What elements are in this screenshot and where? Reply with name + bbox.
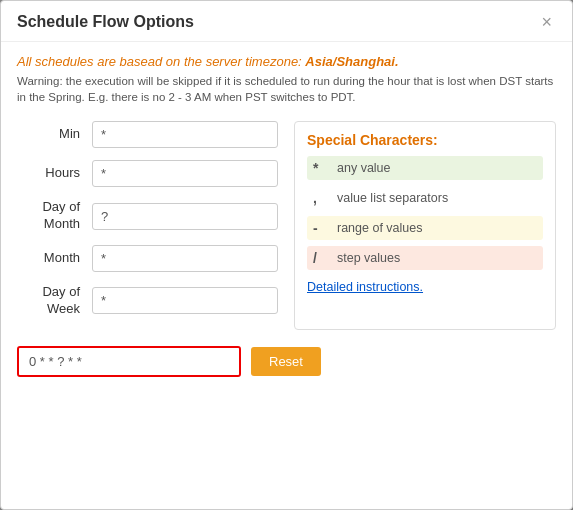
field-label: Min bbox=[17, 126, 92, 143]
field-input-month[interactable] bbox=[92, 245, 278, 272]
timezone-value: Asia/Shanghai. bbox=[305, 54, 398, 69]
special-char-item: /step values bbox=[307, 246, 543, 270]
special-char-desc: step values bbox=[337, 251, 400, 265]
dialog-title: Schedule Flow Options bbox=[17, 13, 194, 31]
close-button[interactable]: × bbox=[537, 13, 556, 31]
main-content: MinHoursDay of MonthMonthDay of Week Spe… bbox=[17, 121, 556, 330]
special-char-item: -range of values bbox=[307, 216, 543, 240]
special-char-symbol: / bbox=[313, 250, 333, 266]
field-row: Day of Week bbox=[17, 284, 278, 318]
field-row: Min bbox=[17, 121, 278, 148]
schedule-flow-dialog: Schedule Flow Options × All schedules ar… bbox=[0, 0, 573, 510]
field-input-min[interactable] bbox=[92, 121, 278, 148]
timezone-prefix: All schedules are basead on the server t… bbox=[17, 54, 305, 69]
special-chars-title: Special Characters: bbox=[307, 132, 543, 148]
cron-input[interactable] bbox=[19, 348, 239, 375]
field-label: Day of Month bbox=[17, 199, 92, 233]
fields-section: MinHoursDay of MonthMonthDay of Week bbox=[17, 121, 278, 330]
field-row: Day of Month bbox=[17, 199, 278, 233]
reset-button[interactable]: Reset bbox=[251, 347, 321, 376]
field-label: Day of Week bbox=[17, 284, 92, 318]
field-input-hours[interactable] bbox=[92, 160, 278, 187]
bottom-section: Reset bbox=[17, 346, 556, 377]
field-input-day-of-month[interactable] bbox=[92, 203, 278, 230]
special-char-symbol: * bbox=[313, 160, 333, 176]
timezone-warning: All schedules are basead on the server t… bbox=[17, 54, 556, 69]
field-row: Month bbox=[17, 245, 278, 272]
cron-input-wrapper bbox=[17, 346, 241, 377]
dialog-body: All schedules are basead on the server t… bbox=[1, 42, 572, 393]
special-char-symbol: , bbox=[313, 190, 333, 206]
special-char-symbol: - bbox=[313, 220, 333, 236]
special-chars-section: Special Characters: *any value,value lis… bbox=[294, 121, 556, 330]
field-row: Hours bbox=[17, 160, 278, 187]
detailed-instructions-link[interactable]: Detailed instructions. bbox=[307, 280, 543, 294]
dialog-header: Schedule Flow Options × bbox=[1, 1, 572, 42]
special-char-desc: any value bbox=[337, 161, 391, 175]
dst-warning: Warning: the execution will be skipped i… bbox=[17, 73, 556, 105]
field-label: Hours bbox=[17, 165, 92, 182]
field-label: Month bbox=[17, 250, 92, 267]
field-input-day-of-week[interactable] bbox=[92, 287, 278, 314]
special-char-item: *any value bbox=[307, 156, 543, 180]
special-char-desc: range of values bbox=[337, 221, 422, 235]
special-char-desc: value list separators bbox=[337, 191, 448, 205]
special-char-item: ,value list separators bbox=[307, 186, 543, 210]
